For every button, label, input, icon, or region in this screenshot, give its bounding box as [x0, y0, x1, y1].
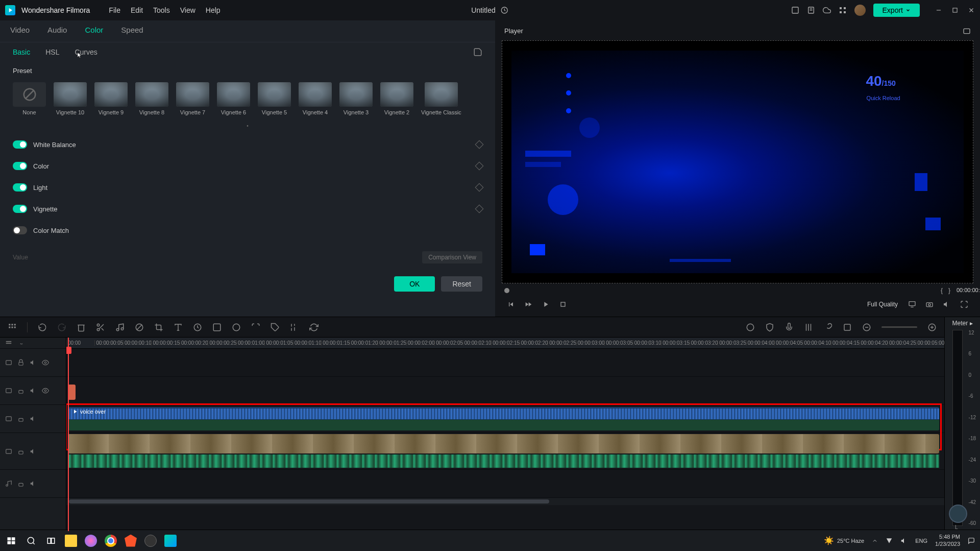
quality-selector[interactable]: Full Quality	[867, 301, 898, 308]
ok-button[interactable]: OK	[394, 276, 435, 292]
delete-icon[interactable]	[77, 323, 86, 332]
grid-icon[interactable]	[8, 323, 17, 332]
mute-icon[interactable]	[30, 387, 37, 394]
lock-icon[interactable]	[17, 448, 24, 455]
lock-icon[interactable]	[17, 480, 24, 487]
filmora-taskbar-icon[interactable]	[164, 535, 177, 547]
music-icon[interactable]	[115, 323, 125, 332]
track-3[interactable]	[66, 377, 944, 405]
keyframe-color[interactable]	[475, 162, 484, 171]
sound-icon[interactable]	[900, 537, 908, 544]
shield-icon[interactable]	[765, 323, 774, 332]
toggle-color-match[interactable]	[13, 226, 27, 234]
play-icon[interactable]	[542, 300, 550, 308]
track-2[interactable]: voice over	[66, 405, 944, 433]
system-clock[interactable]: 5:48 PM 1/23/2023	[935, 534, 960, 547]
menu-view[interactable]: View	[180, 6, 195, 14]
preset-vignette-5[interactable]: Vignette 5	[258, 82, 291, 115]
crop-icon[interactable]	[154, 323, 163, 332]
audio-track-header[interactable]	[0, 470, 66, 498]
toggle-white-balance[interactable]	[13, 140, 27, 149]
track-3-header[interactable]	[0, 377, 66, 405]
comparison-view-button[interactable]: Comparison View	[422, 251, 482, 263]
preset-vignette-6[interactable]: Vignette 6	[217, 82, 250, 115]
keyframe-light[interactable]	[475, 183, 484, 192]
layout-icon[interactable]	[791, 6, 799, 14]
start-button[interactable]	[5, 535, 17, 547]
mute-icon[interactable]	[30, 359, 37, 366]
lock-icon[interactable]	[17, 415, 24, 422]
language-indicator[interactable]: ENG	[915, 538, 927, 544]
maximize-icon[interactable]	[951, 7, 959, 14]
track-2-header[interactable]	[0, 405, 66, 433]
adjust-icon[interactable]	[290, 323, 299, 332]
export-button[interactable]: Export	[873, 4, 920, 17]
redo-icon[interactable]	[57, 323, 66, 332]
toggle-light[interactable]	[13, 183, 27, 191]
lock-icon[interactable]	[17, 387, 24, 394]
chrome-icon[interactable]	[105, 535, 117, 547]
timeline-tracks[interactable]: 00:0000:00:00:0500:00:00:1000:00:00:1500…	[66, 338, 944, 531]
audio-track[interactable]	[66, 470, 944, 498]
subtab-basic[interactable]: Basic	[13, 48, 30, 56]
close-icon[interactable]	[968, 7, 975, 14]
block-icon[interactable]	[135, 323, 144, 332]
mic-icon[interactable]	[785, 323, 794, 332]
adj-vignette[interactable]: Vignette	[13, 198, 482, 220]
subtab-curves[interactable]: Curves	[75, 48, 97, 56]
mixer-icon[interactable]	[804, 323, 813, 332]
document-icon[interactable]	[807, 6, 815, 14]
main-video-clip[interactable]	[68, 434, 939, 453]
expand-icon[interactable]	[251, 323, 260, 332]
cut-icon[interactable]	[96, 323, 105, 332]
main-video-audio[interactable]	[68, 454, 939, 468]
link-icon[interactable]	[823, 323, 832, 332]
adj-white-balance[interactable]: White Balance	[13, 134, 482, 155]
mute-icon[interactable]	[30, 448, 37, 455]
explorer-icon[interactable]	[65, 535, 77, 547]
app-icon-1[interactable]	[85, 535, 97, 547]
preset-vignette-classic[interactable]: Vignette Classic	[421, 82, 461, 115]
eye-icon[interactable]	[42, 359, 49, 366]
menu-help[interactable]: Help	[206, 6, 220, 14]
preset-vignette-4[interactable]: Vignette 4	[299, 82, 332, 115]
adj-color[interactable]: Color	[13, 155, 482, 177]
playhead[interactable]	[68, 338, 69, 531]
menu-file[interactable]: File	[109, 6, 120, 14]
adj-light[interactable]: Light	[13, 177, 482, 198]
tray-expand-icon[interactable]	[872, 538, 878, 544]
player-viewport[interactable]: 40/150 Quick Reload	[502, 40, 973, 283]
text-icon[interactable]	[174, 323, 183, 332]
tab-speed[interactable]: Speed	[121, 26, 143, 37]
assistant-avatar[interactable]	[949, 505, 967, 523]
timeline-ruler[interactable]: 00:0000:00:00:0500:00:00:1000:00:00:1500…	[66, 338, 944, 349]
tag-icon[interactable]	[271, 323, 280, 332]
task-view-icon[interactable]	[45, 535, 57, 547]
preset-vignette-10[interactable]: Vignette 10	[54, 82, 87, 115]
player-scrubber[interactable]: { } 00:00:00:00	[502, 286, 973, 296]
step-back-icon[interactable]	[524, 300, 532, 308]
clip-marker[interactable]	[68, 385, 76, 400]
track-4[interactable]	[66, 349, 944, 377]
minimize-icon[interactable]	[935, 7, 942, 14]
preset-vignette-7[interactable]: Vignette 7	[176, 82, 209, 115]
render-icon[interactable]	[746, 323, 755, 332]
track-link-icon[interactable]	[17, 340, 24, 347]
tab-color[interactable]: Color	[85, 26, 103, 37]
network-icon[interactable]	[886, 537, 893, 544]
timeline-scrollbar[interactable]	[66, 498, 944, 505]
cloud-icon[interactable]	[823, 6, 831, 14]
zoom-slider[interactable]	[881, 326, 917, 328]
zoom-in-icon[interactable]	[927, 323, 937, 332]
keyframe-white-balance[interactable]	[475, 140, 484, 149]
toggle-color[interactable]	[13, 162, 27, 170]
preset-vignette-2[interactable]: Vignette 2	[380, 82, 413, 115]
track-options-icon[interactable]	[5, 340, 12, 347]
track-4-header[interactable]	[0, 349, 66, 377]
preset-vignette-8[interactable]: Vignette 8	[135, 82, 168, 115]
apps-icon[interactable]	[839, 6, 847, 14]
volume-icon[interactable]	[943, 300, 951, 308]
preset-none[interactable]: None	[13, 82, 46, 115]
mute-icon[interactable]	[30, 415, 37, 422]
prev-frame-icon[interactable]	[507, 300, 515, 308]
